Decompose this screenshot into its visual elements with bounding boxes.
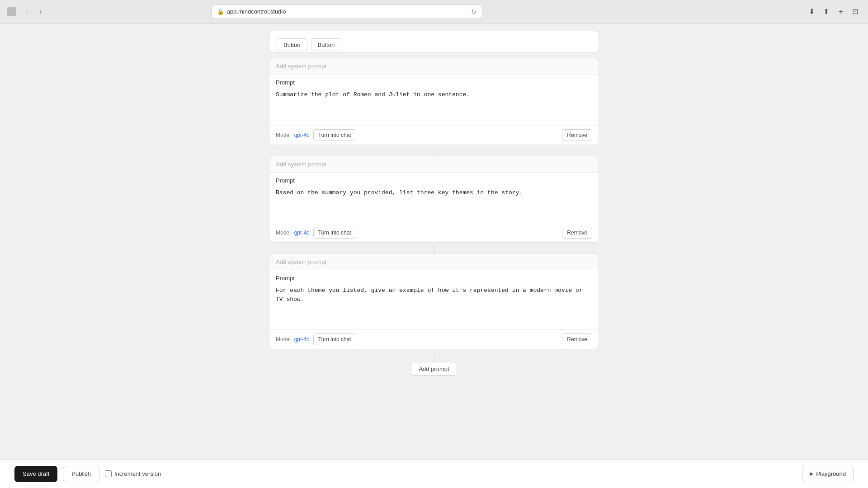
system-prompt-input-2[interactable] (269, 156, 599, 173)
increment-version-label[interactable]: Increment version (105, 470, 161, 477)
connector-line-1 (434, 149, 434, 156)
address-bar[interactable]: 🔒 app.mindcontrol.studio ↻ (211, 5, 482, 19)
partial-card-btn-1[interactable]: Button (277, 38, 307, 51)
turn-into-chat-btn-1[interactable]: Turn into chat (313, 129, 356, 141)
partial-card: Button Button (269, 31, 599, 52)
prompt-label-2: Prompt (269, 173, 599, 187)
prompt-textarea-2[interactable] (269, 187, 599, 221)
add-prompt-container: Add prompt (269, 355, 599, 375)
reload-icon: ↻ (471, 8, 476, 15)
model-label-1: Model (276, 132, 291, 138)
connector-2 (269, 246, 599, 253)
prompt-card-3: Prompt Model gpt-4o Turn into chat Remov… (269, 253, 599, 349)
back-button[interactable]: ‹ (22, 6, 33, 17)
prompt-card-2: Prompt Model gpt-4o Turn into chat Remov… (269, 156, 599, 243)
model-badge-1: gpt-4o (294, 132, 310, 138)
partial-card-btn-2[interactable]: Button (311, 38, 342, 51)
share-icon-button[interactable]: ⬆ (821, 6, 832, 17)
prompt-label-3: Prompt (269, 270, 599, 284)
model-badge-3: gpt-4o (294, 336, 310, 343)
system-prompt-input-1[interactable] (269, 58, 599, 75)
remove-btn-2[interactable]: Remove (562, 227, 592, 239)
prompt-footer-1: Model gpt-4o Turn into chat Remove (269, 125, 599, 145)
download-icon-button[interactable]: ⬇ (807, 6, 817, 17)
model-badge-2: gpt-4o (294, 230, 310, 236)
turn-into-chat-btn-2[interactable]: Turn into chat (313, 227, 356, 239)
turn-into-chat-btn-3[interactable]: Turn into chat (313, 333, 356, 345)
increment-version-checkbox[interactable] (105, 470, 112, 477)
connector-1 (269, 149, 599, 156)
prompt-textarea-3[interactable] (269, 284, 599, 328)
play-icon: ▶ (810, 471, 813, 477)
bottom-toolbar: Save draft Publish Increment version ▶ P… (0, 459, 868, 488)
publish-button[interactable]: Publish (63, 466, 99, 482)
page-content: Button Button Prompt Model gpt-4o Turn i… (0, 23, 868, 488)
playground-label: Playground (816, 470, 846, 477)
lock-icon: 🔒 (217, 8, 224, 15)
system-prompt-input-3[interactable] (269, 254, 599, 270)
prompt-card-1: Prompt Model gpt-4o Turn into chat Remov… (269, 58, 599, 145)
prompt-footer-3: Model gpt-4o Turn into chat Remove (269, 329, 599, 349)
browser-action-icons: ⬇ ⬆ + ⊡ (807, 6, 861, 17)
increment-version-text: Increment version (114, 470, 161, 477)
playground-button[interactable]: ▶ Playground (802, 466, 854, 482)
model-label-3: Model (276, 336, 291, 343)
model-label-2: Model (276, 230, 291, 236)
add-prompt-connector (434, 355, 434, 362)
prompt-textarea-1[interactable] (269, 89, 599, 123)
forward-button[interactable]: › (35, 6, 46, 17)
prompt-footer-2: Model gpt-4o Turn into chat Remove (269, 223, 599, 242)
save-draft-button[interactable]: Save draft (14, 466, 57, 482)
browser-chrome: ‹ › 🔒 app.mindcontrol.studio ↻ ⬇ ⬆ + ⊡ (0, 0, 868, 23)
connector-line-2 (434, 246, 434, 253)
add-tab-button[interactable]: + (835, 6, 846, 17)
add-prompt-button[interactable]: Add prompt (411, 362, 457, 375)
main-container: Button Button Prompt Model gpt-4o Turn i… (269, 31, 599, 375)
url-text: app.mindcontrol.studio (227, 8, 286, 15)
prompt-label-1: Prompt (269, 75, 599, 89)
remove-btn-1[interactable]: Remove (562, 129, 592, 141)
remove-btn-3[interactable]: Remove (562, 333, 592, 345)
sidebar-toggle-button[interactable] (7, 7, 16, 16)
extensions-button[interactable]: ⊡ (850, 6, 861, 17)
